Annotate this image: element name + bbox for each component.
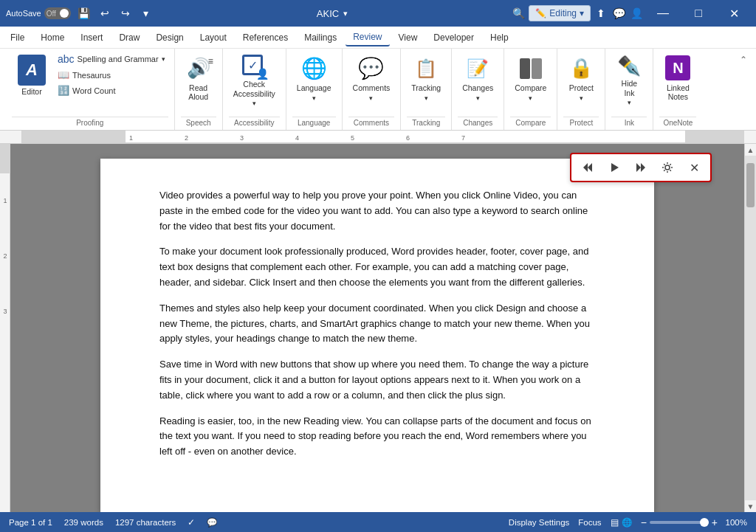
- zoom-thumb: [700, 518, 709, 527]
- ruler-ticks: 1 2 3 4 5 6 7: [22, 131, 744, 142]
- scroll-arrow-down[interactable]: ▼: [745, 500, 757, 512]
- language-button[interactable]: 🌐 Language ▾: [292, 52, 336, 105]
- menu-bar: File Home Insert Draw Design Layout Refe…: [0, 27, 756, 49]
- protect-icon-wrap: 🔒: [568, 55, 594, 82]
- close-button[interactable]: ✕: [718, 0, 750, 27]
- read-aloud-button[interactable]: 🔊 ≡ ReadAloud: [181, 52, 216, 105]
- document-page: Video provides a powerful way to help yo…: [100, 159, 654, 512]
- comments-group-label: Comments: [348, 117, 395, 130]
- changes-button[interactable]: 📝 Changes ▾: [458, 52, 498, 105]
- compare-dropdown-icon: ▾: [529, 94, 532, 102]
- hide-ink-button[interactable]: ✒️ HideInk ▾: [611, 52, 647, 105]
- zoom-plus-button[interactable]: +: [712, 517, 718, 528]
- menu-mailings[interactable]: Mailings: [297, 30, 344, 46]
- vertical-scrollbar[interactable]: ▲ ▼: [744, 144, 756, 512]
- language-dropdown-icon: ▾: [312, 94, 316, 102]
- display-settings-button[interactable]: Display Settings: [509, 518, 569, 527]
- autosave-control[interactable]: AutoSave Off: [6, 7, 71, 19]
- compare-button[interactable]: Compare ▾: [510, 52, 551, 105]
- svg-marker-13: [611, 163, 619, 172]
- changes-content: 📝 Changes ▾: [458, 52, 498, 117]
- customize-button[interactable]: ▾: [139, 6, 154, 21]
- maximize-button[interactable]: □: [682, 0, 715, 27]
- read-aloud-close-button[interactable]: ✕: [684, 157, 704, 178]
- ribbon-group-protect: 🔒 Protect ▾ Protect: [557, 49, 605, 130]
- menu-draw[interactable]: Draw: [111, 30, 147, 46]
- read-aloud-play-button[interactable]: [604, 157, 625, 178]
- read-aloud-prev-button[interactable]: [577, 157, 598, 178]
- tracking-button[interactable]: 📋 Tracking ▾: [407, 52, 445, 105]
- search-button[interactable]: 🔍: [511, 6, 526, 21]
- thesaurus-button[interactable]: 📖 Thesaurus: [55, 68, 168, 82]
- menu-help[interactable]: Help: [483, 30, 516, 46]
- comments-ribbon-label: Comments: [353, 83, 391, 93]
- status-bar-right: Display Settings Focus ▤ 🌐 − + 100%: [509, 517, 747, 528]
- share-button[interactable]: ⬆: [594, 6, 608, 21]
- read-aloud-next-button[interactable]: [630, 157, 651, 178]
- scroll-arrow-up[interactable]: ▲: [745, 144, 757, 156]
- horizontal-ruler: 1 2 3 4 5 6 7: [22, 131, 744, 143]
- editing-dropdown-icon: ▾: [580, 8, 584, 18]
- editor-button[interactable]: A Editor: [12, 52, 52, 99]
- read-aloud-icon: 🔊: [187, 57, 210, 80]
- focus-button[interactable]: Focus: [578, 518, 601, 527]
- menu-review[interactable]: Review: [346, 29, 389, 46]
- check-accessibility-label: CheckAccessibility: [233, 80, 275, 98]
- zoom-minus-button[interactable]: −: [641, 517, 647, 528]
- redo-button[interactable]: ↪: [118, 6, 133, 21]
- comments-button-ribbon[interactable]: 💬 Comments ▾: [348, 52, 395, 105]
- svg-point-16: [665, 165, 670, 170]
- menu-insert[interactable]: Insert: [73, 30, 110, 46]
- hide-ink-label: HideInk: [622, 79, 638, 97]
- ink-content: ✒️ HideInk ▾: [611, 52, 647, 117]
- protect-content: 🔒 Protect ▾: [563, 52, 599, 117]
- onenote-content: N LinkedNotes: [659, 52, 696, 117]
- spelling-grammar-button[interactable]: abc Spelling and Grammar ▾: [55, 52, 168, 66]
- svg-text:2: 2: [3, 252, 7, 260]
- protect-button[interactable]: 🔒 Protect ▾: [563, 52, 599, 105]
- undo-button[interactable]: ↩: [97, 6, 112, 21]
- menu-references[interactable]: References: [236, 30, 295, 46]
- ink-group-label: Ink: [611, 117, 647, 130]
- account-button[interactable]: 👤: [629, 6, 644, 21]
- comments-icon-wrap: 💬: [358, 55, 385, 82]
- comments-icon: 💬: [358, 56, 384, 80]
- editing-label: Editing: [549, 8, 577, 18]
- read-aloud-label: ReadAloud: [188, 83, 208, 102]
- comments-content: 💬 Comments ▾: [348, 52, 395, 117]
- compare-group-label: Compare: [510, 117, 551, 130]
- zoom-slider[interactable]: [650, 521, 709, 524]
- web-layout-icon[interactable]: 🌐: [622, 517, 632, 528]
- ribbon-collapse[interactable]: ⌃: [737, 49, 750, 130]
- comments-button[interactable]: 💬: [611, 6, 626, 21]
- paragraph-3: Themes and styles also help keep your do…: [159, 301, 595, 347]
- autosave-toggle[interactable]: Off: [44, 7, 71, 19]
- linked-notes-icon-wrap: N: [664, 55, 692, 82]
- autosave-state: Off: [47, 10, 56, 18]
- document-scroll-area[interactable]: ✕ Video provides a powerful way to help …: [10, 144, 744, 512]
- spelling-dropdown-icon: ▾: [162, 55, 165, 63]
- changes-icon-wrap: 📝: [464, 55, 491, 82]
- word-count-button[interactable]: 🔢 Word Count: [55, 83, 168, 97]
- document-text: Video provides a powerful way to help yo…: [159, 188, 595, 460]
- save-button[interactable]: 💾: [77, 6, 92, 21]
- menu-home[interactable]: Home: [33, 30, 72, 46]
- read-aloud-icon-container: 🔊 ≡: [185, 55, 212, 82]
- menu-view[interactable]: View: [391, 30, 425, 46]
- editing-button[interactable]: ✏️ Editing ▾: [529, 5, 591, 21]
- menu-developer[interactable]: Developer: [426, 30, 481, 46]
- print-layout-icon[interactable]: ▤: [611, 517, 619, 528]
- title-dropdown-icon[interactable]: ▾: [343, 9, 348, 18]
- compare-content: Compare ▾: [510, 52, 551, 117]
- menu-design[interactable]: Design: [148, 30, 190, 46]
- minimize-button[interactable]: —: [647, 0, 679, 27]
- linked-notes-button[interactable]: N LinkedNotes: [659, 52, 696, 105]
- linked-notes-label: LinkedNotes: [667, 83, 690, 102]
- check-accessibility-button[interactable]: ✓ 👤 CheckAccessibility ▾: [229, 52, 280, 105]
- menu-file[interactable]: File: [3, 30, 32, 46]
- read-aloud-settings-button[interactable]: [657, 157, 678, 178]
- tracking-icon: 📋: [415, 58, 437, 79]
- menu-layout[interactable]: Layout: [193, 30, 234, 46]
- scroll-track[interactable]: [745, 156, 756, 500]
- scroll-thumb[interactable]: [746, 163, 755, 207]
